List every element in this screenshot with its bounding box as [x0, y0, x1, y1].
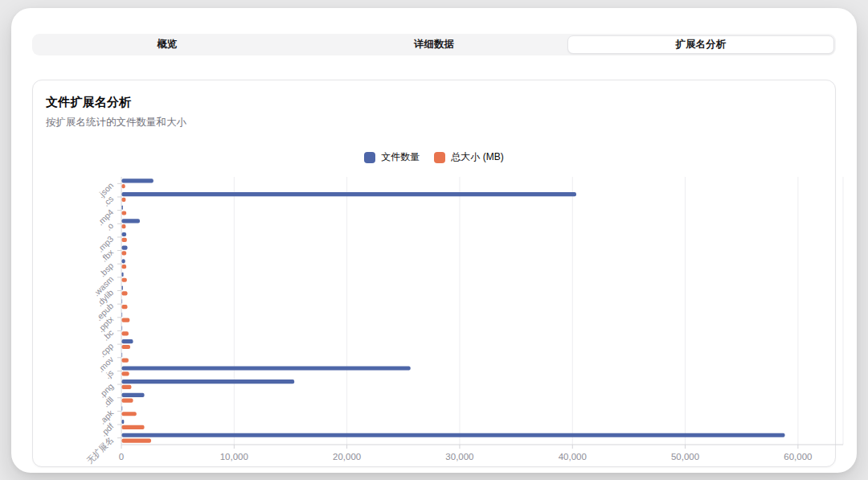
bar-total-size-.mp3[interactable]: [122, 238, 127, 242]
bar-file-count-.pdf[interactable]: [122, 420, 125, 424]
bar-file-count-.dylib[interactable]: [122, 286, 123, 290]
bar-total-size-无扩展名[interactable]: [122, 438, 151, 442]
legend-item-file-count: 文件数量: [364, 150, 420, 164]
chart-legend: 文件数量总大小 (MB): [46, 150, 822, 164]
bar-total-size-.mp4[interactable]: [122, 211, 127, 215]
bar-file-count-.cs[interactable]: [122, 192, 576, 196]
bar-total-size-.bsp[interactable]: [122, 265, 127, 269]
legend-label: 总大小 (MB): [451, 150, 503, 164]
legend-label: 文件数量: [381, 150, 420, 164]
tab-overview[interactable]: 概览: [34, 35, 301, 54]
bar-total-size-.js[interactable]: [122, 371, 129, 375]
bar-file-count-.js[interactable]: [122, 366, 411, 370]
x-tick-label: 60,000: [784, 452, 812, 462]
bar-total-size-.cs[interactable]: [122, 198, 126, 202]
bar-total-size-.o[interactable]: [122, 224, 126, 228]
x-tick-label: 50,000: [671, 452, 699, 462]
legend-swatch-file-count: [364, 152, 375, 163]
bar-total-size-.cpp[interactable]: [122, 345, 131, 349]
tab-details[interactable]: 详细数据: [301, 35, 567, 54]
x-tick-label: 20,000: [333, 452, 361, 462]
bar-file-count-.png[interactable]: [122, 379, 295, 384]
bar-total-size-.mov[interactable]: [122, 359, 129, 363]
x-tick-label: 30,000: [445, 452, 473, 462]
legend-swatch-total-size: [434, 152, 445, 163]
card-title: 文件扩展名分析: [46, 95, 822, 110]
bar-file-count-.fbx[interactable]: [122, 246, 128, 250]
bar-file-count-.apk[interactable]: [122, 406, 123, 410]
x-tick-label: 40,000: [559, 452, 587, 462]
chart-area: 010,00020,00030,00040,00050,00060,000.js…: [46, 174, 822, 470]
bar-file-count-.pptx[interactable]: [122, 313, 123, 317]
bar-total-size-.fbx[interactable]: [122, 251, 127, 255]
app-window: 概览详细数据扩展名分析 文件扩展名分析 按扩展名统计的文件数量和大小 文件数量总…: [11, 8, 857, 473]
bar-file-count-无扩展名[interactable]: [122, 433, 785, 437]
bar-total-size-.dll[interactable]: [122, 399, 133, 403]
x-tick-label: 10,000: [220, 452, 248, 462]
card-subtitle: 按扩展名统计的文件数量和大小: [46, 116, 822, 129]
bar-total-size-.json[interactable]: [122, 184, 125, 188]
tab-label: 详细数据: [414, 38, 454, 51]
bar-total-size-.pptx[interactable]: [122, 318, 130, 322]
extension-bar-chart: 010,00020,00030,00040,00050,00060,000.js…: [46, 174, 850, 466]
bar-total-size-.apk[interactable]: [122, 412, 137, 416]
bar-file-count-.o[interactable]: [122, 219, 140, 223]
tab-label: 概览: [158, 38, 178, 51]
bar-file-count-.dll[interactable]: [122, 393, 145, 397]
bar-file-count-.mov[interactable]: [122, 353, 123, 357]
tab-extension-analysis[interactable]: 扩展名分析: [567, 35, 834, 54]
bar-total-size-.bc[interactable]: [122, 331, 129, 335]
tab-bar: 概览详细数据扩展名分析: [32, 34, 836, 55]
legend-item-total-size: 总大小 (MB): [434, 150, 503, 164]
bar-total-size-.pdf[interactable]: [122, 425, 145, 429]
bar-file-count-.json[interactable]: [122, 178, 154, 183]
bar-total-size-.wasm[interactable]: [122, 278, 127, 282]
bar-file-count-.cpp[interactable]: [122, 339, 133, 343]
bar-file-count-.wasm[interactable]: [122, 273, 124, 277]
extension-analysis-card: 文件扩展名分析 按扩展名统计的文件数量和大小 文件数量总大小 (MB) 010,…: [32, 80, 836, 467]
bar-file-count-.bc[interactable]: [122, 326, 123, 330]
bar-file-count-.mp4[interactable]: [122, 206, 123, 210]
bar-file-count-.bsp[interactable]: [122, 259, 125, 263]
bar-file-count-.mp3[interactable]: [122, 232, 127, 236]
x-tick-label: 0: [119, 452, 124, 462]
y-category-label: 无扩展名: [84, 435, 115, 466]
bar-total-size-.dylib[interactable]: [122, 291, 128, 295]
tab-label: 扩展名分析: [676, 38, 727, 51]
bar-file-count-.epub[interactable]: [122, 299, 123, 303]
bar-total-size-.png[interactable]: [122, 385, 132, 389]
bar-total-size-.epub[interactable]: [122, 305, 128, 309]
